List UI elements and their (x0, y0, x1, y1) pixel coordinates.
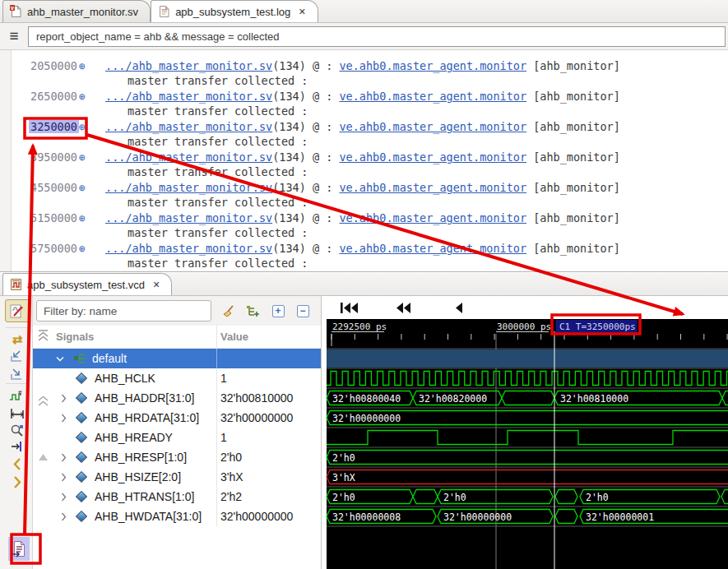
waveform-editor-icon[interactable] (5, 299, 30, 322)
tab-close-icon[interactable]: × (299, 5, 305, 18)
tree-row-AHB_HCLK[interactable]: AHB_HCLK 1 (33, 368, 321, 388)
wave-pane: 2292500 ps3000000 ps32'h0080004032'h0082… (322, 296, 728, 569)
expand-icon[interactable]: ⊕ (79, 151, 91, 164)
log-entry[interactable]: 3950000⊕.../ahb_master_monitor.sv(134) @… (12, 150, 728, 180)
expand-icon[interactable]: ⊕ (79, 243, 91, 255)
log-scope-link[interactable]: ve.ahb0.master_agent.monitor (339, 181, 526, 194)
show-in-log-icon[interactable] (8, 537, 30, 561)
goto-cursor-icon[interactable] (7, 437, 28, 456)
log-entry[interactable]: 5150000⊕.../ahb_master_monitor.sv(134) @… (12, 210, 728, 241)
scroll-marker-icon[interactable] (36, 451, 50, 465)
measure-distance-icon[interactable] (7, 405, 28, 423)
log-file-link[interactable]: .../ahb_master_monitor.sv (105, 120, 272, 133)
log-entry[interactable]: 2650000⊕.../ahb_master_monitor.sv(134) @… (12, 89, 728, 119)
log-file-link[interactable]: .../ahb_master_monitor.sv (105, 211, 272, 224)
tree-row-AHB_HREADY[interactable]: AHB_HREADY 1 (33, 428, 321, 447)
tab-apb-subsystem-test-vcd[interactable]: apb_subsystem_test.vcd × (2, 273, 172, 295)
waveform-canvas[interactable]: 2292500 ps3000000 ps32'h0080004032'h0082… (322, 319, 728, 569)
reload-icon[interactable]: ⇄ (7, 331, 28, 349)
log-scope-link[interactable]: ve.ahb0.master_agent.monitor (339, 59, 526, 72)
prev-edge-glyph (12, 457, 23, 471)
chevron-right-icon[interactable] (61, 493, 76, 502)
add-counter-icon[interactable]: # (7, 386, 28, 405)
scroll-top-marker-icon[interactable] (36, 329, 50, 345)
log-timestamp[interactable]: 3250000 (12, 120, 79, 133)
scroll-up-marker-icon[interactable] (36, 395, 50, 410)
log-timestamp[interactable]: 2050000 (12, 59, 79, 72)
chevron-right-icon[interactable] (61, 433, 76, 442)
log-timestamp[interactable]: 4550000 (12, 181, 79, 194)
step-backward-button[interactable] (455, 302, 463, 317)
log-timestamp[interactable]: 5750000 (12, 242, 79, 255)
expand-icon[interactable]: ⊕ (79, 60, 91, 72)
log-entry[interactable]: 4550000⊕.../ahb_master_monitor.sv(134) @… (12, 180, 728, 210)
bus-value-label: 2'h0 (443, 492, 466, 503)
chevron-right-icon[interactable] (61, 394, 76, 403)
expand-icon[interactable]: ⊕ (79, 182, 91, 194)
tree-row-AHB_HWDATA[31:0][interactable]: AHB_HWDATA[31:0] 32'h00000000 (33, 507, 321, 526)
log-line-mid: (134) @ : (272, 181, 339, 194)
zoom-cursor-icon[interactable] (7, 421, 28, 439)
chevron-down-icon[interactable] (56, 356, 71, 362)
tab-ahb-master-monitor-sv[interactable]: v ahb_master_monitor.sv (2, 0, 151, 22)
tree-row-group-default[interactable]: default (33, 349, 321, 368)
log-file-link[interactable]: .../ahb_master_monitor.sv (105, 181, 272, 194)
log-file-link[interactable]: .../ahb_master_monitor.sv (105, 150, 272, 164)
chevron-right-icon[interactable] (61, 374, 76, 383)
tree-row-AHB_HRESP[1:0][interactable]: AHB_HRESP[1:0] 2'h0 (33, 447, 321, 467)
add-group-icon[interactable] (246, 303, 261, 318)
log-entry[interactable]: 3250000⊕.../ahb_master_monitor.sv(134) @… (12, 119, 728, 150)
log-timestamp[interactable]: 5150000 (12, 211, 79, 224)
menu-icon[interactable]: ≡ (0, 27, 28, 45)
skip-to-start-button[interactable] (340, 302, 359, 317)
zoom-full-icon[interactable] (7, 365, 28, 383)
tab-apb-subsystem-test-log[interactable]: apb_subsystem_test.log × (151, 0, 318, 22)
prev-edge-icon[interactable] (7, 455, 28, 473)
sv-file-icon: v (10, 5, 22, 18)
signal-icon (76, 372, 87, 384)
zoom-fit-icon[interactable] (7, 347, 28, 365)
log-entry[interactable]: 2050000⊕.../ahb_master_monitor.sv(134) @… (12, 58, 728, 89)
log-file-link[interactable]: .../ahb_master_monitor.sv (105, 242, 272, 255)
chevron-right-icon[interactable] (61, 414, 76, 423)
fast-backward-button[interactable] (396, 302, 411, 317)
log-timestamp[interactable]: 2650000 (12, 90, 79, 103)
bus-value-label: 32'h00810000 (560, 393, 628, 405)
log-scope-link[interactable]: ve.ahb0.master_agent.monitor (339, 120, 526, 133)
signal-filter-input[interactable] (36, 300, 211, 322)
tree-row-AHB_HSIZE[2:0][interactable]: AHB_HSIZE[2:0] 3'hX (33, 467, 321, 487)
signal-icon (76, 432, 87, 443)
log-file-link[interactable]: .../ahb_master_monitor.sv (105, 59, 272, 72)
signal-value: 32'h00000000 (216, 507, 321, 526)
value-column-header[interactable]: Value (216, 326, 321, 348)
chevron-right-icon[interactable] (61, 453, 76, 462)
tab-close-icon[interactable]: × (153, 278, 160, 291)
chevron-right-icon[interactable] (61, 473, 76, 482)
tree-row-AHB_HRDATA[31:0][interactable]: AHB_HRDATA[31:0] 32'h00000000 (33, 408, 321, 428)
expand-icon[interactable]: ⊕ (79, 90, 91, 103)
next-edge-icon[interactable] (7, 473, 28, 491)
tree-row-AHB_HTRANS[1:0][interactable]: AHB_HTRANS[1:0] 2'h2 (33, 487, 321, 507)
collapse-all-icon[interactable]: − (295, 303, 310, 318)
bus-value-label: 2'h0 (332, 452, 355, 464)
log-scope-link[interactable]: ve.ahb0.master_agent.monitor (339, 211, 526, 224)
log-entry[interactable]: 5750000⊕.../ahb_master_monitor.sv(134) @… (12, 241, 728, 271)
log-message: master transfer collected : (12, 196, 728, 211)
waveform-body: ⇄ # (0, 296, 728, 569)
signals-column-header[interactable]: Signals (54, 331, 216, 343)
log-scope-link[interactable]: ve.ahb0.master_agent.monitor (339, 90, 526, 103)
log-file-icon (158, 5, 170, 18)
signal-name: AHB_HCLK (95, 372, 155, 385)
tree-row-AHB_HADDR[31:0][interactable]: AHB_HADDR[31:0] 32'h00810000 (33, 388, 321, 408)
log-filter-input[interactable] (28, 26, 726, 47)
log-scope-link[interactable]: ve.ahb0.master_agent.monitor (339, 150, 526, 164)
log-file-link[interactable]: .../ahb_master_monitor.sv (105, 90, 272, 103)
log-scope-link[interactable]: ve.ahb0.master_agent.monitor (339, 242, 526, 255)
vcd-tabbar: apb_subsystem_test.vcd × (0, 273, 728, 296)
expand-icon[interactable]: ⊕ (79, 121, 91, 133)
expand-icon[interactable]: ⊕ (79, 212, 91, 224)
log-timestamp[interactable]: 3950000 (12, 150, 79, 164)
clear-filter-icon[interactable] (221, 303, 236, 318)
expand-all-icon[interactable]: + (271, 303, 285, 318)
chevron-right-icon[interactable] (61, 512, 76, 521)
